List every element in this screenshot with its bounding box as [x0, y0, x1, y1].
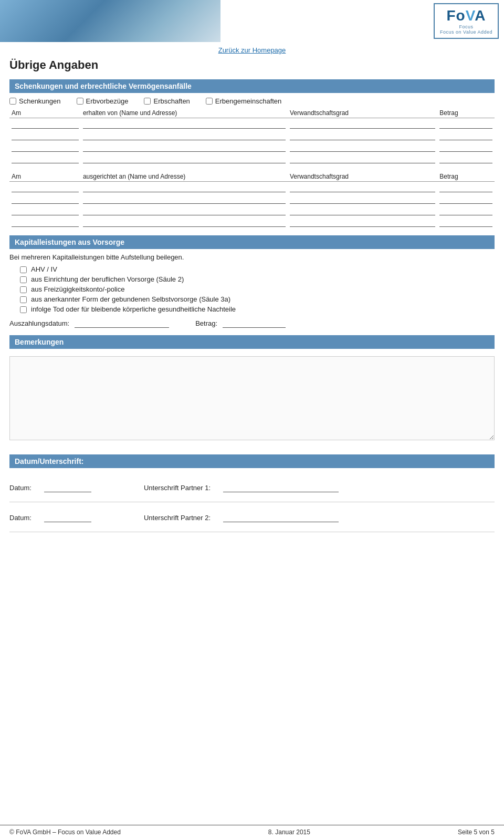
col-verwandt-header2: Verwandtschaftsgrad: [288, 172, 437, 182]
sent-am-4[interactable]: [12, 217, 79, 227]
sent-verwandt-4[interactable]: [290, 217, 435, 227]
received-betrag-4[interactable]: [439, 154, 492, 163]
erbschaften-checkbox-input[interactable]: [144, 98, 151, 105]
sent-name-1[interactable]: [83, 183, 286, 192]
received-name-1[interactable]: [83, 119, 286, 129]
header-banner: [0, 0, 220, 42]
erbengemeinschaften-checkbox-input[interactable]: [206, 98, 213, 105]
col-betrag-header2: Betrag: [437, 172, 495, 182]
sent-name-4[interactable]: [83, 217, 286, 227]
kap-checkbox-tod[interactable]: [20, 306, 27, 313]
datum-row-1: Datum: Unterschrift Partner 1:: [9, 475, 495, 502]
footer-copyright: © FoVA GmbH – Focus on Value Added: [9, 828, 121, 836]
checkbox-erbschaften[interactable]: Erbschaften: [144, 97, 190, 105]
col-am-header2: Am: [9, 172, 81, 182]
received-name-3[interactable]: [83, 142, 286, 152]
sent-betrag-2[interactable]: [439, 194, 492, 204]
auszahlung-input[interactable]: [75, 318, 169, 328]
col-betrag-header: Betrag: [437, 108, 495, 118]
received-am-1[interactable]: [12, 119, 79, 129]
sent-betrag-1[interactable]: [439, 183, 492, 192]
sent-betrag-3[interactable]: [439, 206, 492, 215]
sent-am-2[interactable]: [12, 194, 79, 204]
footer-page: Seite 5 von 5: [458, 828, 495, 836]
checkbox-erbvorbezuege[interactable]: Erbvorbezüge: [77, 97, 129, 105]
betrag-input[interactable]: [223, 318, 286, 328]
received-betrag-2[interactable]: [439, 131, 492, 140]
received-am-2[interactable]: [12, 131, 79, 140]
col-name-header2: ausgerichtet an (Name und Adresse): [81, 172, 288, 182]
table-row: [9, 205, 495, 216]
received-am-3[interactable]: [12, 142, 79, 152]
page-header: FoVA Focus Focus on Value Added: [0, 0, 504, 42]
sent-verwandt-1[interactable]: [290, 183, 435, 192]
unterschrift1-label: Unterschrift Partner 1:: [144, 484, 211, 492]
table-row: [9, 193, 495, 205]
nav-link-area: Zurück zur Homepage: [0, 42, 504, 56]
sent-betrag-4[interactable]: [439, 217, 492, 227]
betrag-label: Betrag:: [195, 319, 217, 327]
datum-section: Datum: Unterschrift Partner 1: Datum: Un…: [9, 475, 495, 532]
col-name-header: erhalten von (Name und Adresse): [81, 108, 288, 118]
footer-date: 8. Januar 2015: [268, 828, 310, 836]
col-am-header: Am: [9, 108, 81, 118]
erbvorbezuege-checkbox-input[interactable]: [77, 98, 83, 105]
logo-tagline: Focus Focus on Value Added: [440, 24, 492, 35]
received-verwandt-1[interactable]: [290, 119, 435, 129]
logo-text: FoVA: [440, 7, 492, 24]
checkbox-erbengemeinschaften[interactable]: Erbengemeinschaften: [206, 97, 281, 105]
kap-checkbox-anerkannt[interactable]: [20, 296, 27, 303]
table-row: [9, 182, 495, 194]
kap-checkbox-ahv[interactable]: [20, 266, 27, 273]
table-row: [9, 153, 495, 164]
kap-list-item: AHV / IV: [20, 265, 495, 273]
received-betrag-1[interactable]: [439, 119, 492, 129]
bemerkungen-section-header: Bemerkungen: [9, 335, 495, 349]
page-footer: © FoVA GmbH – Focus on Value Added 8. Ja…: [0, 825, 504, 839]
table-row: [9, 216, 495, 228]
kap-list-item: aus Einrichtung der beruflichen Vorsorge…: [20, 275, 495, 283]
kap-checkbox-freizuegig[interactable]: [20, 286, 27, 293]
received-table: Am erhalten von (Name und Adresse) Verwa…: [9, 108, 495, 164]
kapitalleistungen-section-header: Kapitalleistungen aus Vorsorge: [9, 235, 495, 249]
schenkungen-checkbox-input[interactable]: [9, 98, 16, 105]
received-am-4[interactable]: [12, 154, 79, 163]
unterschrift1-input[interactable]: [223, 483, 339, 492]
main-content: Übrige Angaben Schenkungen und erbrechtl…: [0, 58, 504, 543]
sent-name-3[interactable]: [83, 206, 286, 215]
datum-row-2: Datum: Unterschrift Partner 2:: [9, 505, 495, 532]
received-name-4[interactable]: [83, 154, 286, 163]
sent-table: Am ausgerichtet an (Name und Adresse) Ve…: [9, 172, 495, 228]
homepage-link[interactable]: Zurück zur Homepage: [218, 46, 286, 54]
auszahlung-label: Auszahlungsdatum:: [9, 319, 69, 327]
sent-am-1[interactable]: [12, 183, 79, 192]
checkbox-schenkungen[interactable]: Schenkungen: [9, 97, 61, 105]
sent-verwandt-2[interactable]: [290, 194, 435, 204]
schenkungen-checkbox-row: Schenkungen Erbvorbezüge Erbschaften Erb…: [9, 97, 495, 105]
received-name-2[interactable]: [83, 131, 286, 140]
logo-box: FoVA Focus Focus on Value Added: [434, 3, 499, 39]
sent-name-2[interactable]: [83, 194, 286, 204]
table-row: [9, 118, 495, 130]
page-title: Übrige Angaben: [9, 58, 495, 72]
unterschrift2-input[interactable]: [223, 513, 339, 522]
table-row: [9, 141, 495, 153]
received-betrag-3[interactable]: [439, 142, 492, 152]
bemerkungen-textarea[interactable]: [9, 356, 495, 440]
received-verwandt-3[interactable]: [290, 142, 435, 152]
sent-am-3[interactable]: [12, 206, 79, 215]
datum-input-1[interactable]: [44, 483, 91, 492]
kapitalleistungen-description: Bei mehreren Kapitalleistungen bitte Auf…: [9, 253, 495, 261]
datum-label-2: Datum:: [9, 514, 32, 522]
kap-checkbox-einrichtung[interactable]: [20, 276, 27, 283]
col-verwandt-header: Verwandtschaftsgrad: [288, 108, 437, 118]
kapitalleistungen-checkbox-list: AHV / IV aus Einrichtung der beruflichen…: [9, 265, 495, 313]
sent-verwandt-3[interactable]: [290, 206, 435, 215]
received-verwandt-4[interactable]: [290, 154, 435, 163]
kap-list-item: infolge Tod oder für bleibende körperlic…: [20, 305, 495, 313]
schenkungen-section-header: Schenkungen und erbrechtliche Vermögensa…: [9, 79, 495, 93]
kap-list-item: aus Freizügigkeitskonto/-police: [20, 285, 495, 293]
received-verwandt-2[interactable]: [290, 131, 435, 140]
datum-input-2[interactable]: [44, 513, 91, 522]
datum-section-header: Datum/Unterschrift:: [9, 454, 495, 468]
